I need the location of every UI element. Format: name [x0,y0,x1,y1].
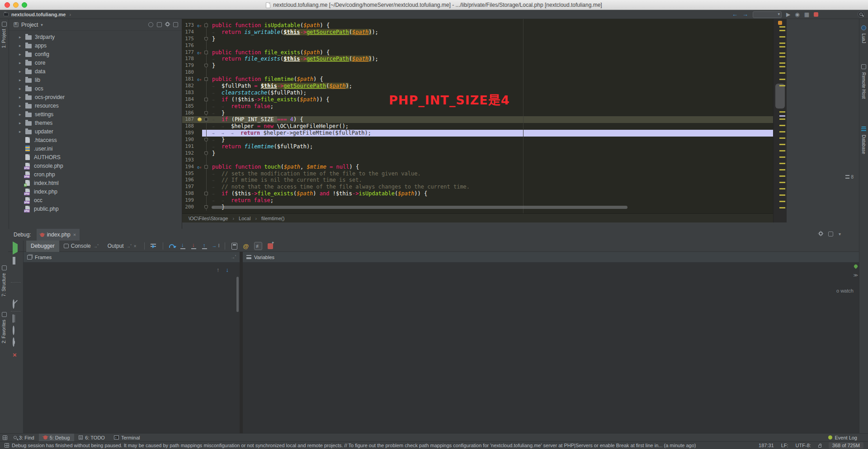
event-log-button[interactable]: Event Log [828,435,857,440]
stripe-mark[interactable] [779,72,785,74]
stripe-mark[interactable] [779,201,785,202]
chevrons-icon[interactable]: ≫ [854,273,858,278]
float-mode-icon[interactable] [828,232,833,236]
stripe-mark[interactable] [779,56,785,57]
locate-file-icon[interactable] [148,22,153,27]
stripe-mark[interactable] [779,150,785,151]
variables-list[interactable] [243,265,859,433]
breadcrumb-namespace[interactable]: \OC\Files\Storage [189,216,228,221]
inline-values-toggle-icon[interactable]: ≢ [254,242,262,250]
settings-gear-icon[interactable] [13,326,14,335]
stripe-mark[interactable] [779,79,785,80]
favorites-toolwindow-icon[interactable] [2,312,7,317]
tree-item-themes[interactable]: ▸themes [9,118,182,127]
debug-button[interactable]: ◉ [795,11,799,18]
stripe-mark[interactable] [779,118,785,120]
stripe-mark-current[interactable] [779,115,785,117]
luaj-toolwindow-icon[interactable] [861,25,866,30]
toolwindow-quick-access-icon[interactable] [3,435,7,440]
run-to-cursor-icon[interactable]: →I [211,242,220,250]
toolwindow-button-debug[interactable]: 5: Debug [39,434,75,442]
resume-icon[interactable] [13,244,18,252]
panel-splitter[interactable] [240,252,243,433]
run-config-dropdown[interactable] [753,11,782,18]
run-button[interactable]: ▶ [786,11,790,18]
override-marker-icon[interactable]: o↑ [197,24,202,28]
stripe-mark[interactable] [779,194,785,196]
stripe-mark[interactable] [779,188,785,189]
fold-marker-icon[interactable] [204,138,208,142]
structure-toolwindow-icon[interactable] [2,265,7,270]
tree-item-AUTHORS[interactable]: AUTHORS [9,153,182,161]
tree-item-console.php[interactable]: phpconsole.php [9,161,182,170]
stripe-mark[interactable] [779,163,785,164]
collapse-all-icon[interactable] [157,22,162,27]
show-execution-point-icon[interactable] [149,242,158,250]
forward-button[interactable]: → [742,11,748,18]
toolwindow-button-favorites[interactable]: 2: Favorites [1,320,6,343]
stripe-mark[interactable] [779,137,785,139]
tree-item-occ[interactable]: phpocc [9,196,182,204]
vertical-scrollbar-thumb[interactable] [775,84,785,109]
breadcrumb-method[interactable]: filemtime() [261,216,284,221]
toolwindow-button-terminal[interactable]: › Terminal [109,434,145,442]
at-icon[interactable]: @ [243,243,249,250]
tab-output[interactable]: Output→'× [103,241,141,252]
stripe-mark[interactable] [779,66,785,67]
status-message[interactable]: Debug session has finished without being… [12,443,696,448]
tree-item-cron.php[interactable]: phpcron.php [9,170,182,179]
fold-marker-icon[interactable] [204,64,208,67]
breadcrumb[interactable]: nextcloud.tofuliang.me [11,12,66,17]
stripe-mark[interactable] [779,131,785,132]
breadcrumb-class[interactable]: Local [239,216,250,221]
fold-marker-icon[interactable] [204,205,208,209]
hide-icon[interactable]: ▾ [839,232,841,236]
tab-debugger[interactable]: Debugger [26,241,59,252]
frames-list[interactable] [24,277,240,433]
intention-bulb-icon[interactable] [198,118,202,122]
open-in-new-icon[interactable]: →' [231,255,236,260]
pin-icon[interactable] [13,338,14,346]
evaluate-expression-icon[interactable] [231,243,237,250]
stripe-mark[interactable] [779,125,785,126]
hide-panel-icon[interactable] [173,22,178,27]
tree-item-core[interactable]: ▸core [9,58,182,67]
frames-scrollbar[interactable] [236,277,239,312]
minimize-window-button[interactable] [13,2,19,8]
tab-console[interactable]: Console→' [59,241,103,252]
fold-marker-icon[interactable] [204,24,208,27]
step-out-icon[interactable]: ↑ [200,242,209,250]
hidden-tabs-indicator[interactable]: 8 [787,175,859,181]
gear-icon[interactable] [165,22,170,26]
debug-session-tab[interactable]: index.php × [37,229,80,241]
override-marker-icon[interactable]: o↑ [197,165,202,170]
stripe-mark[interactable] [779,144,785,145]
inspection-indicator-icon[interactable] [778,21,782,25]
zoom-window-button[interactable] [22,2,27,8]
stop-button[interactable] [814,12,818,17]
stripe-mark[interactable] [779,43,785,44]
tree-item-data[interactable]: ▸data [9,67,182,76]
coverage-button[interactable]: ▦ [804,11,809,18]
stripe-mark[interactable] [779,156,785,158]
memory-indicator[interactable]: 368 of 725M [829,442,863,449]
step-into-icon[interactable]: ↓ [179,242,188,250]
project-tree[interactable]: ▸3rdparty▸apps▸config▸core▸data▸lib▸ocs▸… [9,33,182,229]
toolwindow-button-remote-host[interactable]: Remote Host [861,72,866,99]
tree-item-settings[interactable]: ▸settings [9,110,182,118]
project-toolwindow-icon[interactable] [2,22,7,27]
stripe-mark[interactable] [779,52,785,54]
database-toolwindow-icon[interactable] [861,127,866,132]
fold-marker-icon[interactable] [204,151,208,155]
fold-marker-icon[interactable] [204,192,208,195]
stripe-mark[interactable] [779,169,785,170]
fold-marker-icon[interactable] [204,37,208,41]
gear-icon[interactable] [819,232,823,236]
close-icon[interactable]: × [73,232,76,237]
tree-item-resources[interactable]: ▸resources [9,101,182,110]
view-breakpoints-icon[interactable] [268,243,273,249]
force-step-into-icon[interactable]: ↓ [189,242,198,250]
tree-item-config[interactable]: ▸config [9,50,182,58]
fold-marker-icon[interactable] [204,77,208,81]
stripe-mark[interactable] [779,182,785,183]
